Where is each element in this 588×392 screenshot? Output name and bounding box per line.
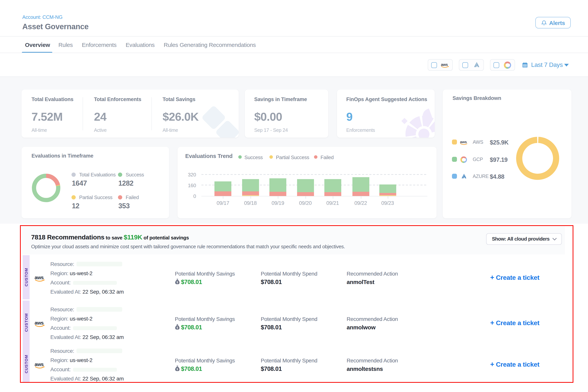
- svg-text:aws: aws: [441, 62, 448, 66]
- svg-text:aws: aws: [460, 140, 467, 144]
